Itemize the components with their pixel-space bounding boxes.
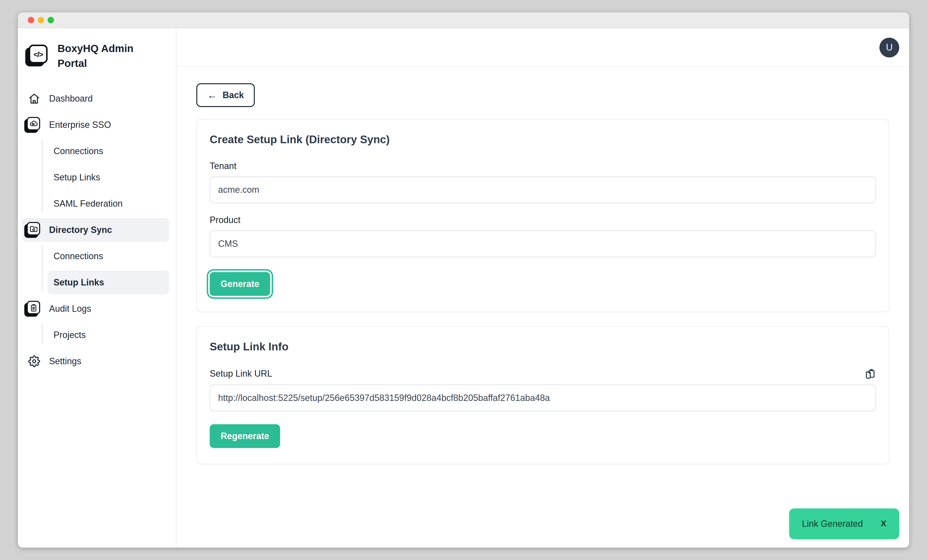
copy-clipboard-icon — [865, 368, 876, 379]
create-setup-link-card: Create Setup Link (Directory Sync) Tenan… — [196, 119, 889, 312]
sidebar-item-sso-connections[interactable]: Connections — [47, 139, 169, 163]
card-title: Create Setup Link (Directory Sync) — [210, 133, 876, 146]
home-icon — [27, 93, 42, 105]
setup-link-info-card: Setup Link Info Setup Link URL — [196, 326, 889, 464]
avatar[interactable]: U — [880, 37, 899, 57]
copy-button[interactable] — [865, 368, 876, 379]
sidebar-item-projects[interactable]: Projects — [47, 323, 169, 347]
back-button[interactable]: ← Back — [196, 83, 255, 107]
card-title: Setup Link Info — [210, 340, 876, 354]
boxyhq-logo-icon: </> — [29, 45, 50, 67]
sidebar-subgroup-audit-logs: Projects — [22, 323, 169, 347]
sidebar-item-directory-sync[interactable]: Directory Sync — [22, 218, 169, 242]
tenant-label: Tenant — [210, 161, 876, 171]
main-header: U — [176, 28, 909, 67]
sidebar-item-label: Dashboard — [49, 93, 93, 104]
toast-link-generated: Link Generated X — [789, 508, 899, 539]
main-content: ← Back Create Setup Link (Directory Sync… — [176, 67, 909, 548]
product-field-group: Product — [210, 215, 876, 257]
main-area: U ← Back Create Setup Link (Directory Sy… — [176, 28, 909, 548]
arrow-left-icon: ← — [207, 90, 217, 100]
sidebar-nav: Dashboard Enterprise SSO — [22, 87, 169, 373]
sidebar-item-label: Settings — [49, 356, 81, 366]
sso-cloud-key-badge-icon — [27, 117, 42, 133]
sidebar-item-label: Directory Sync — [49, 225, 112, 235]
product-input[interactable] — [210, 231, 876, 257]
tenant-input[interactable] — [210, 176, 876, 203]
sidebar-item-settings[interactable]: Settings — [22, 349, 169, 373]
zoom-window-button[interactable] — [47, 17, 54, 23]
window-titlebar — [18, 12, 909, 28]
generate-button[interactable]: Generate — [210, 272, 270, 296]
setup-link-url-input[interactable] — [210, 385, 876, 411]
toast-close-button[interactable]: X — [881, 519, 886, 529]
sidebar-item-dashboard[interactable]: Dashboard — [22, 87, 169, 111]
product-label: Product — [210, 215, 876, 226]
brand-title: BoxyHQ Admin Portal — [58, 41, 137, 71]
regenerate-button[interactable]: Regenerate — [210, 424, 280, 448]
sidebar-item-label: Audit Logs — [49, 304, 91, 314]
audit-clipboard-badge-icon — [27, 301, 42, 317]
sidebar-item-saml-federation[interactable]: SAML Federation — [47, 192, 169, 216]
setup-link-url-label: Setup Link URL — [210, 369, 272, 379]
sidebar-item-enterprise-sso[interactable]: Enterprise SSO — [22, 113, 169, 137]
sidebar-subgroup-directory-sync: Connections Setup Links — [22, 244, 169, 294]
sidebar-item-audit-logs[interactable]: Audit Logs — [22, 297, 169, 321]
directory-sync-folder-badge-icon — [27, 222, 42, 238]
tenant-field-group: Tenant — [210, 161, 876, 203]
sidebar-item-dsync-setup-links[interactable]: Setup Links — [47, 270, 169, 294]
close-window-button[interactable] — [28, 17, 34, 23]
sidebar-item-sso-setup-links[interactable]: Setup Links — [47, 165, 169, 189]
brand: </> BoxyHQ Admin Portal — [22, 41, 169, 71]
toast-message: Link Generated — [802, 519, 863, 529]
screen: </> BoxyHQ Admin Portal Dashboard — [0, 0, 927, 560]
sidebar-item-label: Enterprise SSO — [49, 120, 111, 130]
sidebar: </> BoxyHQ Admin Portal Dashboard — [18, 28, 176, 548]
sidebar-subgroup-enterprise-sso: Connections Setup Links SAML Federation — [22, 139, 169, 216]
minimize-window-button[interactable] — [38, 17, 44, 23]
sidebar-item-dsync-connections[interactable]: Connections — [47, 244, 169, 268]
gear-icon — [27, 355, 42, 367]
app-window: </> BoxyHQ Admin Portal Dashboard — [18, 12, 909, 548]
